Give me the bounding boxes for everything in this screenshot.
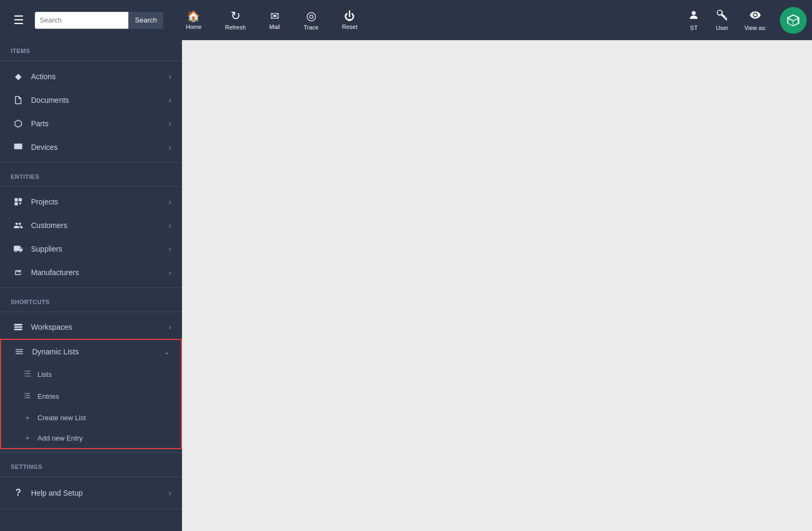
sidebar: ITEMS ◆ Actions › Documents › Parts › De… <box>0 40 182 531</box>
key-icon <box>716 9 728 22</box>
svg-rect-1 <box>14 143 22 149</box>
parts-chevron: › <box>169 119 171 128</box>
section-header-items: ITEMS <box>0 40 182 57</box>
parts-icon <box>11 119 26 128</box>
actions-icon: ◆ <box>11 71 26 81</box>
sidebar-item-customers[interactable]: Customers › <box>0 214 182 237</box>
nav-item-refresh[interactable]: ↻ Refresh <box>214 0 258 40</box>
customers-chevron: › <box>169 221 171 230</box>
nav-item-user[interactable]: User <box>708 0 736 40</box>
dynamic-lists-container: Dynamic Lists ⌄ Lists Entries + <box>0 339 182 449</box>
manufacturers-label: Manufacturers <box>31 268 169 277</box>
sub-item-entries[interactable]: Entries <box>1 385 181 407</box>
help-chevron: › <box>169 489 171 497</box>
logo-button[interactable] <box>780 7 807 34</box>
sidebar-item-help[interactable]: ? Help and Setup › <box>0 480 182 505</box>
home-icon: 🏠 <box>187 11 200 21</box>
sidebar-item-devices[interactable]: Devices › <box>0 135 182 159</box>
add-entry-label: Add new Entry <box>37 434 83 442</box>
nav-item-trace[interactable]: ◎ Trace <box>292 0 330 40</box>
entries-label: Entries <box>37 392 59 400</box>
layout: ITEMS ◆ Actions › Documents › Parts › De… <box>0 40 812 531</box>
suppliers-icon <box>11 244 26 254</box>
viewas-icon <box>749 9 761 22</box>
divider-items <box>0 60 182 61</box>
dynamic-lists-label: Dynamic Lists <box>32 347 164 356</box>
actions-chevron: › <box>169 72 171 81</box>
refresh-icon: ↻ <box>231 10 240 22</box>
sidebar-item-workspaces[interactable]: Workspaces › <box>0 315 182 339</box>
lists-label: Lists <box>37 370 52 378</box>
main-content <box>182 40 812 531</box>
mail-label: Mail <box>269 24 280 30</box>
sidebar-item-manufacturers[interactable]: Manufacturers › <box>0 261 182 284</box>
section-header-shortcuts: SHORTCUTS <box>0 291 182 308</box>
manufacturers-chevron: › <box>169 268 171 277</box>
mail-icon: ✉ <box>270 11 279 21</box>
hamburger-button[interactable]: ☰ <box>5 14 32 26</box>
sidebar-item-suppliers[interactable]: Suppliers › <box>0 237 182 261</box>
nav-item-home[interactable]: 🏠 Home <box>174 0 213 40</box>
home-label: Home <box>186 24 201 30</box>
help-label: Help and Setup <box>31 489 169 497</box>
suppliers-label: Suppliers <box>31 245 169 253</box>
nav-items: 🏠 Home ↻ Refresh ✉ Mail ◎ Trace ⏻ Reset <box>174 0 369 40</box>
nav-item-mail[interactable]: ✉ Mail <box>257 0 292 40</box>
suppliers-chevron: › <box>169 245 171 253</box>
customers-icon <box>11 221 26 230</box>
devices-chevron: › <box>169 143 171 151</box>
sub-item-create-list[interactable]: + Create new List <box>1 407 181 428</box>
sidebar-item-documents[interactable]: Documents › <box>0 88 182 112</box>
nav-item-reset[interactable]: ⏻ Reset <box>330 0 369 40</box>
nav-item-viewas[interactable]: View as: <box>737 0 775 40</box>
svg-point-0 <box>692 11 696 15</box>
help-icon: ? <box>11 487 26 498</box>
dynamic-lists-icon <box>12 347 27 356</box>
devices-label: Devices <box>31 143 169 151</box>
sidebar-item-actions[interactable]: ◆ Actions › <box>0 64 182 88</box>
customers-label: Customers <box>31 221 169 230</box>
projects-icon <box>11 197 26 207</box>
create-list-icon: + <box>22 413 32 422</box>
section-header-settings: SETTINGS <box>0 456 182 473</box>
projects-label: Projects <box>31 198 169 206</box>
workspaces-icon <box>11 322 26 332</box>
section-header-entities: ENTITIES <box>0 166 182 183</box>
divider-shortcuts <box>0 312 182 312</box>
documents-chevron: › <box>169 96 171 104</box>
divider-bottom <box>0 509 182 509</box>
reset-icon: ⏻ <box>344 11 355 21</box>
parts-label: Parts <box>31 119 169 128</box>
trace-icon: ◎ <box>306 10 316 22</box>
st-label: ST <box>690 25 697 31</box>
search-button[interactable]: Search <box>128 12 163 29</box>
dynamic-lists-subitems: Lists Entries + Create new List + Add ne… <box>1 363 181 448</box>
reset-label: Reset <box>342 24 358 30</box>
sidebar-item-dynamic-lists[interactable]: Dynamic Lists ⌄ <box>1 340 181 363</box>
sub-item-add-entry[interactable]: + Add new Entry <box>1 428 181 448</box>
viewas-label: View as: <box>745 25 767 31</box>
lists-icon <box>22 369 32 380</box>
search-input[interactable] <box>35 12 128 29</box>
workspaces-chevron: › <box>169 323 171 331</box>
divider-settings <box>0 476 182 477</box>
sidebar-item-parts[interactable]: Parts › <box>0 112 182 135</box>
workspaces-label: Workspaces <box>31 323 169 331</box>
entries-icon <box>22 391 32 401</box>
trace-label: Trace <box>303 24 318 31</box>
add-entry-icon: + <box>22 434 32 442</box>
create-list-label: Create new List <box>37 414 86 422</box>
nav-right: ST User View as: <box>680 0 807 40</box>
nav-item-st[interactable]: ST <box>680 0 708 40</box>
documents-icon <box>11 95 26 105</box>
divider-shortcuts-top <box>0 287 182 288</box>
divider-settings-top <box>0 452 182 453</box>
projects-chevron: › <box>169 198 171 206</box>
manufacturers-icon <box>11 268 26 277</box>
refresh-label: Refresh <box>225 24 246 31</box>
actions-label: Actions <box>31 72 169 81</box>
search-container: Search <box>35 12 163 29</box>
dynamic-lists-chevron-down: ⌄ <box>164 347 170 356</box>
sidebar-item-projects[interactable]: Projects › <box>0 190 182 214</box>
sub-item-lists[interactable]: Lists <box>1 363 181 385</box>
